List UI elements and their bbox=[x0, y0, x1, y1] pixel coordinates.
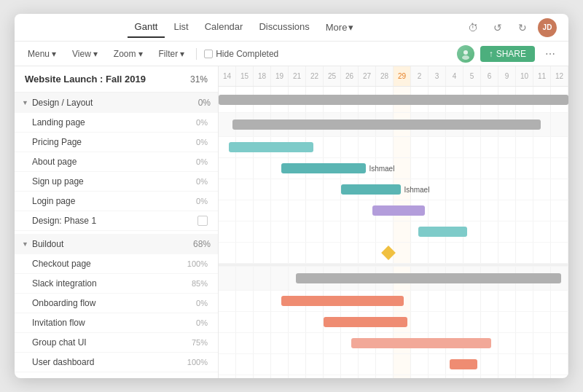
date-col-14: 14 bbox=[219, 66, 236, 86]
gantt-row-about: Ishmael bbox=[219, 179, 568, 200]
gantt-row-project bbox=[219, 87, 568, 113]
gantt-row-checkout-bar bbox=[281, 296, 404, 306]
gantt-row-design-group bbox=[219, 113, 568, 137]
toolbar-right: ↑ SHARE ⋯ bbox=[457, 44, 560, 63]
menu-button[interactable]: Menu ▾ bbox=[23, 47, 60, 61]
task-pct: 0% bbox=[196, 157, 208, 166]
project-percent: 31% bbox=[190, 74, 208, 85]
share-button[interactable]: ↑ SHARE bbox=[480, 46, 535, 62]
task-row-slack: Slack integration 85% bbox=[15, 274, 218, 294]
date-col-29: 29 bbox=[394, 66, 411, 86]
gantt-chart-area: 1415181921222526272829234569101112 Ishma… bbox=[219, 66, 568, 378]
zoom-chevron-icon: ▾ bbox=[138, 49, 143, 59]
tab-list[interactable]: List bbox=[166, 17, 195, 38]
task-name: Onboarding flow bbox=[32, 298, 95, 308]
filter-chevron-icon: ▾ bbox=[180, 49, 184, 59]
date-col-27: 27 bbox=[359, 66, 376, 86]
gantt-row-pricing: Ishmael bbox=[219, 158, 568, 179]
task-row-groupchat: Group chat UI 75% bbox=[15, 333, 218, 353]
gantt-row-groupchat bbox=[219, 375, 568, 378]
date-col-12: 12 bbox=[551, 66, 568, 86]
task-row-signup: Sign up page 0% bbox=[15, 172, 218, 192]
tab-discussions[interactable]: Discussions bbox=[251, 17, 316, 38]
date-col-28: 28 bbox=[376, 66, 394, 86]
project-header: Website Launch : Fall 2019 31% bbox=[15, 66, 218, 93]
gantt-row-about-bar bbox=[341, 184, 401, 195]
tab-gantt[interactable]: Gantt bbox=[128, 17, 165, 38]
task-row-onboarding: Onboarding flow 0% bbox=[15, 294, 218, 313]
task-name: Pricing Page bbox=[32, 137, 82, 147]
task-row-milestone: Design: Phase 1 bbox=[15, 211, 218, 231]
task-row-pricing: Pricing Page 0% bbox=[15, 133, 218, 152]
gantt-date-header: 1415181921222526272829234569101112 bbox=[219, 66, 568, 87]
gantt-row-buildout-bar bbox=[296, 273, 562, 283]
gantt-row-onboarding bbox=[219, 333, 568, 354]
task-row-invitation: Invitation flow 0% bbox=[15, 313, 218, 333]
date-col-6: 6 bbox=[481, 66, 498, 86]
task-name: Group chat UI bbox=[32, 337, 87, 348]
date-col-26: 26 bbox=[341, 66, 359, 86]
gantt-row-signup-bar bbox=[372, 205, 425, 216]
task-name: About page bbox=[32, 157, 77, 167]
gantt-row-login-bar bbox=[418, 227, 467, 237]
task-pct: 0% bbox=[196, 197, 208, 205]
task-row-userdash: User dashboard 100% bbox=[15, 353, 218, 372]
toolbar: Menu ▾ View ▾ Zoom ▾ Filter ▾ Hide Compl… bbox=[15, 42, 568, 66]
gantt-row-slack bbox=[219, 312, 568, 333]
date-col-19: 19 bbox=[271, 66, 289, 86]
hide-completed-checkbox[interactable] bbox=[204, 50, 213, 58]
task-pct: 0% bbox=[196, 118, 208, 127]
task-name: Design: Phase 1 bbox=[32, 216, 96, 226]
history-icon[interactable]: ⏱ bbox=[463, 18, 482, 37]
gantt-row-milestone bbox=[219, 243, 568, 264]
milestone-checkbox[interactable] bbox=[197, 216, 208, 226]
tab-more[interactable]: More ▾ bbox=[318, 17, 361, 37]
task-pct: 75% bbox=[192, 338, 208, 347]
nav-right-actions: ⏱ ↺ ↻ JD bbox=[463, 18, 557, 37]
main-content: Website Launch : Fall 2019 31% ▼ Design … bbox=[15, 66, 568, 378]
collapse-arrow-design: ▼ bbox=[22, 99, 28, 106]
gantt-body[interactable]: Ishmael Ishmael bbox=[219, 87, 568, 378]
task-row-about: About page 0% bbox=[15, 152, 218, 172]
top-navigation: Gantt List Calendar Discussions More ▾ ⏱… bbox=[15, 14, 568, 42]
task-name: Login page bbox=[32, 196, 75, 206]
gantt-row-login bbox=[219, 222, 568, 243]
task-name: Slack integration bbox=[32, 278, 97, 289]
date-col-15: 15 bbox=[236, 66, 254, 86]
redo-icon[interactable]: ↻ bbox=[513, 18, 532, 37]
tab-calendar[interactable]: Calendar bbox=[197, 17, 251, 38]
share-icon: ↑ bbox=[489, 49, 493, 59]
gantt-row-invitation-bar bbox=[450, 359, 477, 369]
gantt-row-pricing-bar bbox=[281, 163, 365, 173]
project-title: Website Launch : Fall 2019 bbox=[25, 74, 146, 85]
task-row-landing: Landing page 0% bbox=[15, 113, 218, 133]
date-col-4: 4 bbox=[446, 66, 463, 86]
app-window: Gantt List Calendar Discussions More ▾ ⏱… bbox=[15, 14, 568, 378]
gantt-row-pricing-bar-label: Ishmael bbox=[369, 165, 394, 173]
group-header-buildout[interactable]: ▼ Buildout 68% bbox=[15, 234, 218, 254]
date-col-10: 10 bbox=[516, 66, 533, 86]
gantt-row-landing-bar bbox=[229, 142, 313, 152]
task-pct: 0% bbox=[196, 138, 208, 146]
zoom-button[interactable]: Zoom ▾ bbox=[109, 47, 147, 61]
gantt-row-invitation bbox=[219, 354, 568, 375]
group-percent-design: 0% bbox=[198, 98, 211, 108]
undo-icon[interactable]: ↺ bbox=[488, 18, 507, 37]
task-name: Invitation flow bbox=[32, 318, 85, 328]
view-button[interactable]: View ▾ bbox=[68, 47, 102, 61]
menu-chevron-icon: ▾ bbox=[52, 49, 56, 59]
user-avatar[interactable]: JD bbox=[538, 18, 557, 37]
date-col-3: 3 bbox=[429, 66, 446, 86]
gantt-row-landing bbox=[219, 137, 568, 158]
assignee-avatar[interactable] bbox=[457, 45, 474, 63]
group-header-design[interactable]: ▼ Design / Layout 0% bbox=[15, 93, 218, 113]
date-col-18: 18 bbox=[254, 66, 271, 86]
hide-completed-toggle[interactable]: Hide Completed bbox=[204, 49, 278, 59]
gantt-row-slack-bar bbox=[324, 317, 407, 327]
gantt-row-buildout-group bbox=[219, 267, 568, 291]
filter-button[interactable]: Filter ▾ bbox=[154, 47, 189, 61]
more-options-icon[interactable]: ⋯ bbox=[541, 44, 560, 63]
toolbar-divider bbox=[196, 48, 197, 60]
view-chevron-icon: ▾ bbox=[93, 49, 98, 59]
task-row-checkout: Checkout page 100% bbox=[15, 254, 218, 274]
